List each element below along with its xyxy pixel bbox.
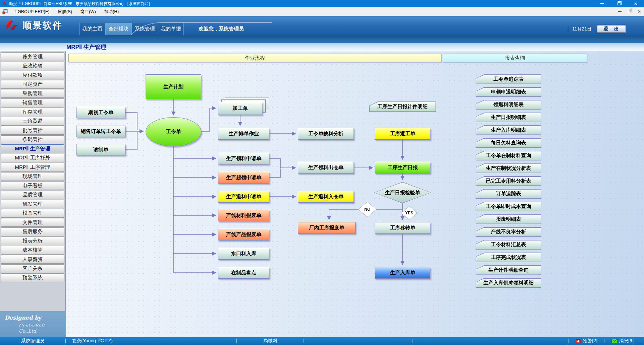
flow-node-process-order[interactable]: 加工单: [218, 102, 262, 115]
flow-node-daily-report-inspection[interactable]: 生产日报检验单: [374, 182, 431, 203]
report-scrap-detail[interactable]: 报废明细表: [476, 214, 541, 224]
sidebar-item-crm[interactable]: 客户关系: [1, 264, 64, 273]
report-warehouse-in-detail[interactable]: 生产入库明细表: [476, 125, 541, 135]
report-backflush-material-detail[interactable]: 生产入库倒冲领料明细: [476, 278, 541, 288]
flow-node-wip-stocktake[interactable]: 在制品盘点: [218, 267, 269, 279]
sidebar-item-quality[interactable]: 品质管理: [1, 191, 64, 199]
sidebar-item-after-sales[interactable]: 售后服务: [1, 227, 64, 236]
flow-node-over-requisition[interactable]: 生产超领申请单: [218, 172, 269, 184]
flow-node-production-warehouse-in[interactable]: 生产入库单: [375, 267, 430, 279]
flow-node-material-issue[interactable]: 生产领料出仓单: [298, 162, 354, 174]
status-bar: 系统管理员 复杂(Young-PC:FZ) 局域网 预警[2] 消息[9]: [0, 337, 644, 345]
sidebar-item-shopfloor[interactable]: 现场管理: [1, 172, 64, 181]
sidebar-item-mrp2-process[interactable]: MRPⅡ 工序管理: [1, 163, 64, 171]
restore-icon[interactable]: [610, 0, 627, 7]
flow-node-inplant-process-scrap[interactable]: 厂内工序报废单: [298, 222, 356, 234]
report-finished-wo-material-analysis[interactable]: 已完工令用料分析表: [476, 176, 541, 186]
report-panel-header: 报表查询: [443, 54, 587, 62]
welcome-text: 欢迎您，系统管理员: [199, 23, 244, 35]
sidebar-item-purchasing[interactable]: 采购管理: [1, 89, 64, 98]
report-wo-realtime-cost-query[interactable]: 工令单即时成本查询: [476, 202, 541, 211]
status-network: 局域网: [237, 337, 304, 345]
report-wip-status-analysis[interactable]: 生产在制状况分析表: [476, 163, 541, 173]
sidebar-item-alert-system[interactable]: 预警系统: [1, 273, 64, 282]
sidebar-item-lot-control[interactable]: 批号管控: [1, 126, 64, 135]
sidebar-item-rnd[interactable]: 研发管理: [1, 200, 64, 208]
sidebar-item-mold[interactable]: 模具管理: [1, 209, 64, 218]
flow-node-material-requisition[interactable]: 生产领料申请单: [218, 153, 269, 164]
mdi-close-icon[interactable]: ✕: [634, 9, 644, 14]
flow-node-production-plan[interactable]: 生产计划: [146, 74, 201, 99]
menu-help[interactable]: 帮助(H): [100, 7, 123, 16]
flow-node-daily-piecework-detail[interactable]: 工序生产日报计件明细: [369, 101, 436, 112]
window-title: 顺景『T-GROUP』制造业ERP系统 - 东莞顺景软件科技有限公司 - [系统…: [9, 1, 150, 7]
exit-button[interactable]: 退 出: [597, 25, 625, 33]
report-req-return-detail[interactable]: 申领申退明细表: [476, 87, 541, 97]
minimize-icon[interactable]: [594, 0, 610, 7]
sidebar-item-finance[interactable]: 账务管理: [1, 52, 64, 61]
flow-panel-header: 作业流程: [68, 54, 441, 62]
menu-tgroup-erp[interactable]: T-GROUP ERP(E): [10, 7, 54, 16]
mdi-restore-icon[interactable]: [625, 10, 634, 13]
flow-node-work-order[interactable]: 工令单: [146, 117, 201, 146]
mdi-minimize-icon[interactable]: [615, 11, 625, 12]
sidebar-item-inventory[interactable]: 库存管理: [1, 108, 64, 116]
flow-node-line-material-scrap[interactable]: 产线材料报废单: [218, 210, 269, 221]
sidebar-item-report-analysis[interactable]: 报表分析: [1, 236, 64, 245]
flow-node-manufacture-request[interactable]: 请制单: [76, 144, 125, 155]
flow-node-daily-production-report[interactable]: 工序生产日报: [375, 162, 430, 174]
page-title: MRPⅡ 生产管理: [0, 43, 644, 51]
flow-node-return-requisition[interactable]: 生产退料申请单: [218, 191, 269, 203]
sidebar-item-costing[interactable]: 成本核算: [1, 246, 64, 255]
menu-window[interactable]: 窗口(W): [76, 7, 100, 16]
status-workstation: 复杂(Young-PC:FZ): [66, 337, 236, 345]
report-work-order-tracking[interactable]: 工令单追踪表: [476, 74, 541, 84]
sidebar-item-e-kanban[interactable]: 电子看板: [1, 181, 64, 190]
app-logo-icon: [2, 1, 7, 6]
close-icon[interactable]: ✕: [627, 0, 644, 7]
flow-node-process-transfer[interactable]: 工序移转单: [375, 222, 430, 234]
menu-skin[interactable]: 皮肤(S): [54, 7, 76, 16]
tab-system-admin[interactable]: 系统管理: [131, 23, 158, 35]
header-lower-strip: [0, 35, 644, 43]
flow-node-sprue-material-in[interactable]: 水口料入库: [218, 248, 269, 260]
brand-logo: 顺景软件: [5, 19, 63, 32]
report-daily-production-detail[interactable]: 生产日报明细表: [476, 113, 541, 122]
tab-my-home[interactable]: 我的主页: [79, 23, 105, 35]
sidebar-item-hr-payroll[interactable]: 人事薪资: [1, 255, 64, 264]
status-empty-cell: [304, 337, 413, 345]
tab-all-modules[interactable]: 全部模块: [105, 23, 131, 35]
workflow-canvas: 作业流程 报表查询: [66, 51, 644, 337]
report-process-completion-status[interactable]: 工序完成状况表: [476, 253, 541, 262]
designed-by-text: Designed by: [5, 315, 60, 321]
tab-my-documents[interactable]: 我的单据: [158, 23, 184, 35]
report-wo-material-summary[interactable]: 工令材料汇总表: [476, 240, 541, 250]
report-piecework-detail-query[interactable]: 生产计件明细查询: [476, 265, 541, 275]
report-daily-shortage-query[interactable]: 每日欠料查询表: [476, 138, 541, 148]
sidebar-item-triangle-trade[interactable]: 三角贸易: [1, 117, 64, 126]
flow-node-line-product-scrap[interactable]: 产线产品报废单: [218, 229, 269, 240]
sidebar-item-fixed-assets[interactable]: 固定资产: [1, 80, 64, 89]
sidebar-item-payables[interactable]: 应付款项: [1, 71, 64, 79]
report-issue-return-detail[interactable]: 领退料明细表: [476, 100, 541, 110]
flow-node-rework-order[interactable]: 工序返工单: [375, 128, 430, 140]
app-header: 顺景软件 我的主页 全部模块 系统管理 我的单据 欢迎您，系统管理员 11月21…: [0, 16, 644, 35]
brand-name: 顺景软件: [22, 19, 63, 31]
flow-node-initial-work-order[interactable]: 期初工令单: [76, 107, 125, 118]
sidebar-item-receivables[interactable]: 应收款项: [1, 62, 64, 70]
sidebar-item-barcode-control[interactable]: 条码管控: [1, 135, 64, 144]
message-count-label: 消息[9]: [619, 338, 634, 344]
sidebar-item-mrp2-production[interactable]: MRPⅡ 生产管理: [1, 144, 64, 153]
sidebar-item-sales[interactable]: 销售管理: [1, 98, 64, 107]
report-wip-material-query[interactable]: 工令单在制材料查询: [476, 151, 541, 160]
flow-node-shortage-analysis[interactable]: 工令单缺料分析: [298, 128, 354, 140]
sidebar-item-documents[interactable]: 文件管理: [1, 218, 64, 227]
report-line-defect-rate-analysis[interactable]: 产线不良率分析: [476, 227, 541, 237]
status-alerts[interactable]: 预警[2]: [569, 337, 604, 345]
flow-node-return-receipt[interactable]: 生产退料入仓单: [298, 191, 354, 203]
report-order-tracking[interactable]: 订单追踪表: [476, 189, 541, 199]
sidebar-item-mrp2-outsourcing[interactable]: MRPⅡ 工序托外: [1, 154, 64, 162]
flow-node-scheduling[interactable]: 生产排单作业: [218, 128, 269, 140]
flow-node-sales-order-to-work-order[interactable]: 销售订单转工令单: [76, 126, 125, 137]
status-messages[interactable]: 消息[9]: [604, 337, 641, 345]
